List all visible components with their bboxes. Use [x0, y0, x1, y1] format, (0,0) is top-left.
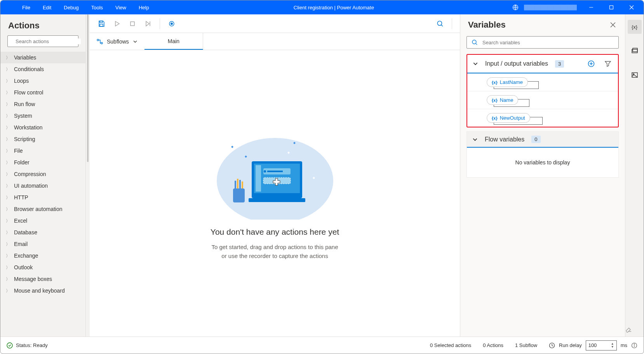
minimize-button[interactable] [582, 0, 600, 14]
category-flow-control[interactable]: 〉Flow control [0, 87, 85, 98]
category-http[interactable]: 〉HTTP [0, 192, 85, 203]
svg-rect-29 [239, 180, 241, 188]
variables-tab-button[interactable]: {x} [628, 20, 642, 34]
svg-rect-26 [233, 188, 245, 202]
category-message-boxes[interactable]: 〉Message boxes [0, 273, 85, 285]
search-icon [472, 39, 478, 45]
svg-rect-20 [249, 198, 305, 202]
menu-edit[interactable]: Edit [37, 2, 57, 14]
category-loops[interactable]: 〉Loops [0, 75, 85, 87]
category-workstation[interactable]: 〉Workstation [0, 122, 85, 133]
variable-icon: {x} [492, 98, 498, 103]
menu-help[interactable]: Help [132, 2, 155, 14]
category-conditionals[interactable]: 〉Conditionals [0, 63, 85, 75]
filter-button[interactable] [603, 59, 613, 68]
images-button[interactable] [628, 68, 642, 82]
search-actions-input[interactable] [16, 38, 81, 44]
svg-point-43 [7, 343, 12, 348]
chevron-down-icon[interactable] [472, 137, 478, 142]
category-scripting[interactable]: 〉Scripting [0, 133, 85, 145]
step-button[interactable] [141, 17, 155, 31]
svg-point-33 [472, 40, 476, 44]
close-button[interactable] [623, 0, 641, 14]
selected-actions-count: 0 Selected actions [430, 342, 471, 348]
menu-view[interactable]: View [109, 2, 132, 14]
maximize-button[interactable] [602, 0, 620, 14]
category-file[interactable]: 〉File [0, 145, 85, 157]
category-exchange[interactable]: 〉Exchange [0, 250, 85, 262]
actions-panel: Actions 〉Variables 〉Conditionals 〉Loops … [0, 14, 86, 337]
ui-elements-button[interactable] [628, 44, 642, 58]
empty-illustration [213, 126, 337, 220]
search-flow-button[interactable] [433, 17, 447, 31]
chevron-down-icon[interactable] [473, 61, 478, 66]
actions-scrollbar[interactable] [86, 14, 90, 337]
chevron-right-icon: 〉 [6, 125, 10, 131]
io-variables-section: Input / output variables 3 {x}LastName {… [466, 54, 619, 127]
category-ui-automation[interactable]: 〉UI automation [0, 180, 85, 192]
ms-label: ms [621, 342, 627, 348]
category-excel[interactable]: 〉Excel [0, 215, 85, 227]
tab-main[interactable]: Main [144, 33, 203, 50]
statusbar: Status: Ready 0 Selected actions 0 Actio… [0, 337, 644, 354]
search-variables-input[interactable] [482, 40, 614, 45]
chevron-right-icon: 〉 [6, 78, 10, 84]
category-database[interactable]: 〉Database [0, 227, 85, 238]
chevron-down-icon [133, 39, 138, 44]
run-button[interactable] [110, 17, 124, 31]
variable-item-name[interactable]: {x}Name [467, 91, 618, 109]
category-variables[interactable]: 〉Variables [0, 52, 85, 63]
chevron-right-icon: 〉 [6, 206, 10, 212]
category-browser-automation[interactable]: 〉Browser automation [0, 203, 85, 215]
category-system[interactable]: 〉System [0, 110, 85, 122]
search-variables-box[interactable] [466, 36, 619, 49]
add-variable-button[interactable] [586, 59, 596, 69]
toolbar [90, 14, 460, 33]
spinner-buttons[interactable]: ▲▼ [611, 342, 614, 349]
category-compression[interactable]: 〉Compression [0, 168, 85, 180]
svg-point-24 [264, 170, 266, 173]
variables-title: Variables [468, 20, 609, 30]
chevron-right-icon: 〉 [6, 230, 10, 235]
info-icon[interactable] [631, 342, 637, 349]
chevron-right-icon: 〉 [6, 241, 10, 247]
environment-label[interactable]: ████████████████ [521, 3, 580, 12]
category-email[interactable]: 〉Email [0, 238, 85, 250]
flow-variables-title: Flow variables [485, 136, 524, 143]
actions-count: 0 Actions [483, 342, 503, 348]
search-actions-box[interactable] [7, 35, 78, 47]
chevron-right-icon: 〉 [6, 195, 10, 201]
menu-debug[interactable]: Debug [57, 2, 85, 14]
variable-item-newoutput[interactable]: {x}NewOutput [467, 109, 618, 127]
stop-button[interactable] [125, 17, 139, 31]
category-mouse-keyboard[interactable]: 〉Mouse and keyboard [0, 285, 85, 296]
window-title: Client registration | Power Automate [155, 5, 512, 10]
variable-item-lastname[interactable]: {x}LastName [467, 73, 618, 91]
chevron-right-icon: 〉 [6, 218, 10, 224]
action-category-list[interactable]: 〉Variables 〉Conditionals 〉Loops 〉Flow co… [0, 52, 85, 337]
category-outlook[interactable]: 〉Outlook [0, 262, 85, 273]
menu-tools[interactable]: Tools [85, 2, 109, 14]
check-icon [7, 342, 13, 349]
svg-point-16 [101, 42, 103, 44]
empty-title: You don't have any actions here yet [211, 227, 339, 237]
save-button[interactable] [94, 17, 108, 31]
chevron-right-icon: 〉 [6, 288, 10, 294]
run-delay-label: Run delay [559, 342, 582, 348]
chevron-right-icon: 〉 [6, 171, 10, 177]
close-variables-button[interactable] [609, 21, 617, 29]
category-run-flow[interactable]: 〉Run flow [0, 98, 85, 110]
variable-name: NewOutput [500, 115, 525, 121]
subflows-dropdown[interactable]: Subflows [90, 33, 144, 50]
menu-file[interactable]: File [16, 2, 37, 14]
svg-rect-21 [256, 165, 261, 192]
chevron-right-icon: 〉 [6, 148, 10, 154]
eraser-button[interactable] [625, 326, 632, 333]
category-folder[interactable]: 〉Folder [0, 157, 85, 168]
run-delay-input[interactable]: 100 ▲▼ [586, 340, 617, 351]
chevron-right-icon: 〉 [6, 183, 10, 189]
svg-rect-9 [131, 22, 134, 26]
chevron-right-icon: 〉 [6, 265, 10, 270]
recorder-button[interactable] [165, 17, 179, 31]
variable-icon: {x} [492, 116, 498, 120]
